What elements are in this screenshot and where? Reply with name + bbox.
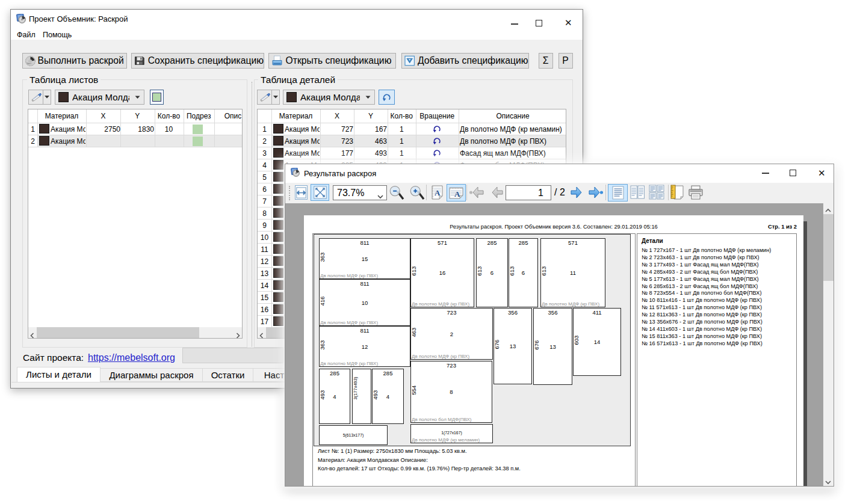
svg-text:A: A: [454, 189, 460, 198]
svg-text:A: A: [435, 188, 441, 197]
